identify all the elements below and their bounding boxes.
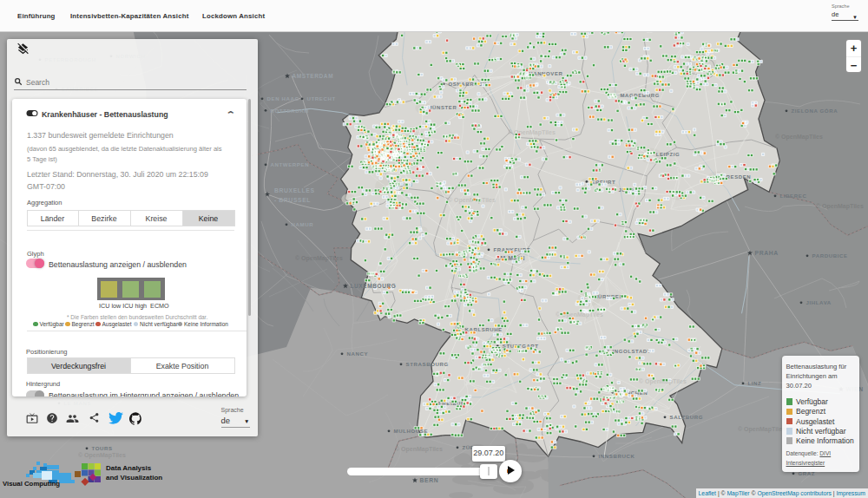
- svg-text:ZIELONA GÓRA: ZIELONA GÓRA: [792, 108, 838, 114]
- svg-text:© OpenMapTiles: © OpenMapTiles: [295, 255, 343, 262]
- svg-text:LIBEREC: LIBEREC: [780, 193, 807, 199]
- svg-text:PRAHA: PRAHA: [755, 250, 779, 256]
- svg-text:OSNABRÜCK: OSNABRÜCK: [449, 82, 487, 87]
- svg-text:JIHLAVA: JIHLAVA: [806, 299, 832, 305]
- svg-text:NAMUR: NAMUR: [292, 221, 314, 227]
- svg-text:© OpenMapTiles: © OpenMapTiles: [639, 378, 687, 385]
- svg-text:UTRECHT: UTRECHT: [307, 95, 336, 102]
- svg-text:Data Analysis: Data Analysis: [106, 464, 152, 472]
- svg-text:STRASBOURG: STRASBOURG: [406, 361, 449, 367]
- svg-text:© OpenMapTiles: © OpenMapTiles: [448, 197, 496, 204]
- svg-text:© OpenMapTiles: © OpenMapTiles: [78, 452, 126, 459]
- svg-text:LINZ: LINZ: [748, 380, 762, 386]
- svg-text:INNSBRUCK: INNSBRUCK: [599, 453, 635, 459]
- svg-text:MULHOUSE: MULHOUSE: [394, 428, 429, 434]
- svg-text:TOURS: TOURS: [92, 445, 113, 451]
- svg-text:MÜNSTER: MÜNSTER: [428, 105, 457, 110]
- svg-text:© OpenMapTiles: © OpenMapTiles: [816, 203, 864, 210]
- svg-text:LUXEMBOURG: LUXEMBOURG: [351, 283, 397, 289]
- svg-text:Visual Computing: Visual Computing: [3, 480, 60, 488]
- svg-text:BERN: BERN: [420, 477, 439, 483]
- svg-text:ROTTERDAM: ROTTERDAM: [271, 108, 309, 114]
- svg-text:PARDUBICE: PARDUBICE: [812, 252, 848, 259]
- svg-text:© OpenMapTiles: © OpenMapTiles: [395, 446, 443, 453]
- svg-text:© OpenMapTiles: © OpenMapTiles: [556, 311, 603, 318]
- svg-text:INGOLSTADT: INGOLSTADT: [613, 349, 652, 354]
- svg-text:© OpenMapTiles: © OpenMapTiles: [775, 134, 823, 141]
- svg-text:© OpenMapTiles: © OpenMapTiles: [738, 426, 786, 433]
- svg-text:© OpenMapTiles: © OpenMapTiles: [508, 129, 556, 136]
- svg-text:BRUXELLES: BRUXELLES: [274, 187, 315, 193]
- svg-text:AMSTERDAM: AMSTERDAM: [293, 73, 334, 79]
- svg-text:DEN HAAG: DEN HAAG: [267, 95, 299, 102]
- svg-text:- BRUSSEL: - BRUSSEL: [274, 197, 311, 203]
- svg-text:LEIPZIG: LEIPZIG: [656, 152, 681, 157]
- svg-text:NANCY: NANCY: [347, 351, 369, 357]
- svg-text:SALZBURG: SALZBURG: [670, 414, 704, 420]
- svg-text:and Visualization: and Visualization: [106, 474, 162, 482]
- svg-text:ANTWERPEN: ANTWERPEN: [271, 161, 310, 167]
- svg-text:MAGDEBURG: MAGDEBURG: [621, 93, 660, 98]
